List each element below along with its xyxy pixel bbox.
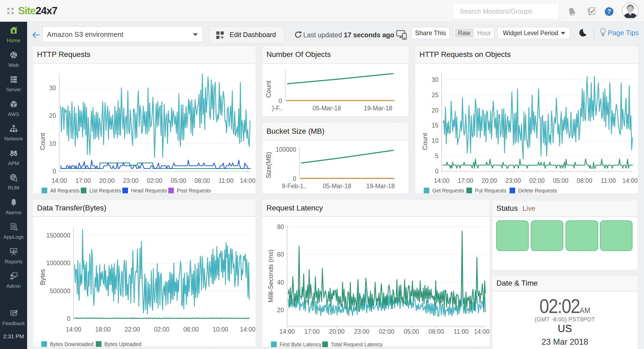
svg-text:All Requests: All Requests: [50, 188, 80, 194]
svg-text:20: 20: [49, 112, 56, 119]
svg-text:0: 0: [53, 168, 56, 175]
svg-text:60: 60: [277, 251, 284, 258]
svg-text:14:00: 14:00: [240, 326, 255, 333]
svg-text:14:00: 14:00: [240, 177, 255, 184]
svg-text:06:00: 06:00: [183, 326, 199, 333]
svg-text:30: 30: [49, 85, 56, 92]
svg-text:Delete Requests: Delete Requests: [518, 188, 557, 194]
svg-text:9-Feb-1..: 9-Feb-1..: [282, 183, 307, 190]
svg-text:05:00: 05:00: [171, 177, 186, 184]
svg-text:0: 0: [293, 175, 296, 182]
svg-text:05-Mar-18: 05-Mar-18: [313, 105, 341, 112]
svg-text:08:00: 08:00: [577, 177, 592, 184]
svg-text:23:00: 23:00: [354, 328, 369, 335]
svg-text:15: 15: [431, 122, 438, 129]
svg-text:Bytes Downloaded: Bytes Downloaded: [50, 341, 94, 347]
svg-text:22:00: 22:00: [125, 326, 140, 333]
svg-text:20: 20: [277, 307, 284, 314]
svg-text:14:00: 14:00: [52, 177, 67, 184]
svg-text:0: 0: [67, 315, 70, 322]
svg-text:80: 80: [277, 223, 284, 230]
svg-text:1000000: 1000000: [46, 260, 70, 267]
svg-text:02:00: 02:00: [147, 177, 162, 184]
svg-text:Head Requests: Head Requests: [131, 188, 167, 194]
svg-text:11:00: 11:00: [601, 177, 616, 184]
svg-text:19-Mar-18: 19-Mar-18: [366, 183, 395, 190]
svg-text:11:00: 11:00: [453, 328, 469, 335]
svg-text:10: 10: [431, 137, 438, 144]
svg-text:02:00: 02:00: [529, 177, 545, 184]
svg-text:?: ?: [607, 8, 611, 15]
svg-text:500000: 500000: [50, 288, 70, 295]
svg-text:20:00: 20:00: [482, 177, 497, 184]
svg-text:08:00: 08:00: [195, 177, 210, 184]
svg-text:17:00: 17:00: [75, 177, 91, 184]
svg-text:14:00: 14:00: [622, 177, 638, 184]
svg-text:14:00: 14:00: [434, 177, 449, 184]
svg-text:17:00: 17:00: [304, 328, 320, 335]
svg-text:25: 25: [431, 92, 438, 99]
svg-text:14:00: 14:00: [66, 326, 81, 333]
svg-text:0: 0: [435, 168, 438, 175]
svg-text:Size(MB): Size(MB): [265, 152, 272, 179]
svg-text:23:00: 23:00: [123, 177, 138, 184]
svg-text:14:00: 14:00: [474, 328, 489, 335]
svg-text:0: 0: [279, 97, 282, 104]
svg-text:20:00: 20:00: [99, 177, 115, 184]
svg-text:100000: 100000: [276, 146, 296, 153]
svg-text:02:00: 02:00: [154, 326, 170, 333]
svg-text:First Byte Latency: First Byte Latency: [280, 341, 321, 347]
svg-text:Count: Count: [265, 81, 272, 98]
svg-text:19-Mar-18: 19-Mar-18: [364, 105, 392, 112]
svg-text:18:00: 18:00: [95, 326, 111, 333]
svg-text:Total Request Latency: Total Request Latency: [331, 341, 383, 347]
svg-text:Bytes Uploaded: Bytes Uploaded: [104, 341, 141, 347]
svg-text:17:00: 17:00: [458, 177, 473, 184]
svg-text:23:00: 23:00: [505, 177, 521, 184]
svg-text:)-F..: )-F..: [272, 105, 283, 112]
svg-text:05-Mar-18: 05-Mar-18: [323, 183, 351, 190]
svg-text:08:00: 08:00: [429, 328, 444, 335]
svg-text:Put Requests: Put Requests: [475, 188, 506, 194]
svg-text:40: 40: [277, 279, 284, 286]
svg-text:Post Requests: Post Requests: [177, 188, 211, 194]
svg-text:1500000: 1500000: [46, 232, 70, 239]
svg-text:List Requests: List Requests: [89, 188, 121, 194]
svg-text:05:00: 05:00: [553, 177, 569, 184]
svg-text:20:00: 20:00: [329, 328, 345, 335]
svg-text:10:00: 10:00: [213, 326, 228, 333]
svg-text:5: 5: [435, 152, 438, 159]
svg-text:Count: Count: [39, 133, 46, 150]
svg-text:Get Requests: Get Requests: [432, 188, 464, 194]
svg-text:30: 30: [431, 76, 438, 83]
svg-text:Milli-Seconds (ms): Milli-Seconds (ms): [267, 249, 274, 302]
svg-text:02:00: 02:00: [379, 328, 394, 335]
svg-text:10: 10: [49, 140, 56, 147]
svg-text:Bytes: Bytes: [39, 269, 46, 285]
svg-text:14:00: 14:00: [279, 328, 295, 335]
svg-text:20: 20: [431, 107, 438, 114]
svg-text:05:00: 05:00: [404, 328, 419, 335]
svg-text:Count: Count: [421, 133, 429, 150]
svg-text:11:00: 11:00: [218, 177, 233, 184]
